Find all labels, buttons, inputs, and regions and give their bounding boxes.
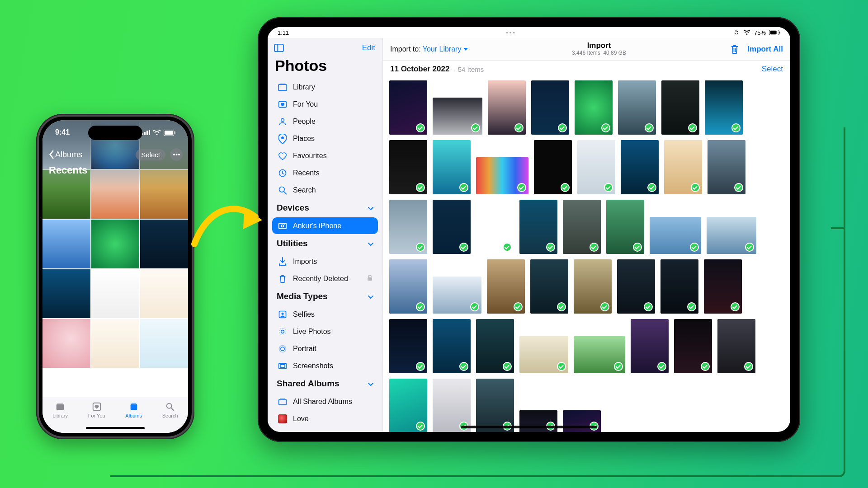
sidebar-item-places[interactable]: Places: [272, 130, 378, 147]
import-thumb[interactable]: [664, 140, 702, 194]
sidebar-item-library[interactable]: Library: [272, 79, 378, 95]
import-thumb[interactable]: [433, 277, 481, 314]
import-all-button[interactable]: Import All: [747, 45, 783, 54]
import-thumb[interactable]: [534, 140, 572, 194]
select-button[interactable]: Select: [762, 65, 783, 74]
svg-point-31: [282, 312, 284, 314]
import-thumb[interactable]: [575, 80, 613, 135]
photo-thumb[interactable]: [140, 319, 188, 368]
sidebar-item-love[interactable]: Love: [272, 410, 378, 427]
photo-thumb[interactable]: [140, 220, 188, 268]
sidebar-item-recently-deleted[interactable]: Recently Deleted: [272, 270, 378, 287]
sidebar-item-recents[interactable]: Recents: [272, 164, 378, 181]
import-thumb[interactable]: [674, 319, 712, 373]
edit-button[interactable]: Edit: [362, 43, 375, 52]
import-thumb[interactable]: [476, 200, 514, 254]
import-thumb[interactable]: [631, 319, 669, 373]
sidebar-section-media-types[interactable]: Media Types: [271, 287, 379, 305]
import-thumb[interactable]: [476, 157, 528, 194]
import-thumb[interactable]: [531, 80, 569, 135]
import-thumb[interactable]: [574, 259, 612, 314]
tab-library[interactable]: Library: [52, 402, 68, 418]
tab-albums[interactable]: Albums: [125, 402, 142, 418]
import-thumb[interactable]: [519, 336, 568, 373]
import-thumb[interactable]: [389, 259, 427, 314]
sidebar-section-devices[interactable]: Devices: [271, 199, 379, 217]
checkmark-icon: [731, 123, 741, 132]
import-thumb[interactable]: [708, 140, 745, 194]
sidebar-section-utilities[interactable]: Utilities: [271, 235, 379, 253]
multitask-dots-icon[interactable]: •••: [506, 29, 516, 36]
import-thumb[interactable]: [476, 379, 514, 432]
photo-thumb[interactable]: [140, 269, 188, 318]
import-thumb[interactable]: [389, 319, 427, 373]
import-thumb[interactable]: [433, 98, 482, 135]
photo-thumb[interactable]: [140, 170, 188, 219]
sidebar-section-shared-albums[interactable]: Shared Albums: [271, 375, 379, 393]
import-thumb[interactable]: [519, 200, 557, 254]
sidebar-item-imports[interactable]: Imports: [272, 253, 378, 270]
import-thumb[interactable]: [650, 217, 701, 254]
photo-thumb[interactable]: [42, 170, 90, 219]
import-thumb[interactable]: [389, 200, 427, 254]
sidebar-item-favourites[interactable]: Favourites: [272, 147, 378, 164]
import-thumb[interactable]: [433, 200, 471, 254]
sidebar-item-label: For You: [293, 100, 318, 108]
import-thumb[interactable]: [704, 259, 742, 314]
photo-thumb[interactable]: [91, 170, 139, 219]
import-thumb[interactable]: [577, 140, 615, 194]
import-thumb[interactable]: [389, 80, 427, 135]
back-button[interactable]: Albums: [48, 150, 82, 160]
import-thumb[interactable]: [519, 410, 557, 432]
import-thumb[interactable]: [530, 259, 568, 314]
import-thumb[interactable]: [433, 140, 471, 194]
import-thumb[interactable]: [487, 259, 525, 314]
import-thumb[interactable]: [488, 80, 526, 135]
trash-icon[interactable]: [730, 44, 739, 54]
sidebar-item-people[interactable]: People: [272, 113, 378, 130]
svg-rect-1: [165, 131, 173, 135]
more-button[interactable]: [170, 148, 183, 161]
import-thumb[interactable]: [389, 140, 427, 194]
home-indicator[interactable]: [86, 427, 145, 429]
sidebar-item-search[interactable]: Search: [272, 182, 378, 198]
photo-thumb[interactable]: [42, 319, 90, 368]
import-thumb[interactable]: [574, 336, 625, 373]
photo-thumb[interactable]: [91, 319, 139, 368]
import-thumb[interactable]: [618, 80, 656, 135]
checkmark-icon: [416, 183, 425, 192]
import-thumb[interactable]: [563, 200, 601, 254]
sidebar-item-screenshots[interactable]: Screenshots: [272, 357, 378, 374]
sidebar-toggle-icon[interactable]: [274, 44, 284, 52]
sidebar-item-portrait[interactable]: Portrait: [272, 340, 378, 357]
photo-thumb[interactable]: [91, 269, 139, 318]
home-indicator[interactable]: [461, 426, 597, 428]
import-thumb[interactable]: [660, 259, 698, 314]
photo-thumb[interactable]: [42, 220, 90, 268]
photo-thumb[interactable]: [91, 220, 139, 268]
import-thumb[interactable]: [621, 140, 659, 194]
sidebar-item-selfies[interactable]: Selfies: [272, 306, 378, 323]
import-thumb[interactable]: [606, 200, 644, 254]
import-thumb[interactable]: [563, 410, 601, 432]
import-thumb[interactable]: [433, 379, 471, 432]
import-thumb[interactable]: [707, 217, 756, 254]
sidebar-item-all-shared-albums[interactable]: All Shared Albums: [272, 393, 378, 410]
checkmark-icon: [690, 243, 699, 252]
import-destination-picker[interactable]: Your Library: [423, 45, 468, 53]
import-grid[interactable]: [383, 78, 790, 432]
import-thumb[interactable]: [476, 319, 514, 373]
sidebar-item-live-photos[interactable]: Live Photos: [272, 323, 378, 340]
import-thumb[interactable]: [389, 379, 427, 432]
photo-thumb[interactable]: [42, 269, 90, 318]
select-button[interactable]: Select: [136, 149, 165, 160]
tab-foryou[interactable]: For You: [88, 402, 105, 418]
import-thumb[interactable]: [617, 259, 655, 314]
import-thumb[interactable]: [661, 80, 699, 135]
sidebar-item-ankur-s-iphone[interactable]: Ankur's iPhone: [272, 217, 378, 234]
tab-search[interactable]: Search: [162, 402, 178, 418]
import-thumb[interactable]: [717, 319, 755, 373]
import-thumb[interactable]: [433, 319, 471, 373]
import-thumb[interactable]: [705, 80, 743, 135]
sidebar-item-for-you[interactable]: For You: [272, 96, 378, 113]
